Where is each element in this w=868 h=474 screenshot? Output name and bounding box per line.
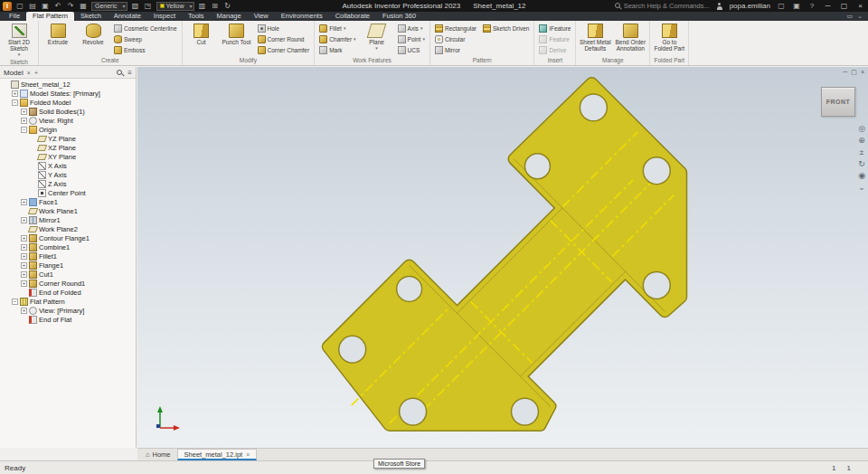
sheet-metal-defaults-button[interactable]: Sheet Metal Defaults <box>579 22 611 52</box>
ribbon-appearance-icon[interactable]: ▭ <box>847 13 854 20</box>
part-hole[interactable] <box>524 154 550 179</box>
browser-node[interactable]: − Flat Pattern <box>0 297 136 306</box>
browser-node[interactable]: End of Folded <box>0 288 136 297</box>
circular-pattern-button[interactable]: Circular <box>433 33 478 44</box>
browser-node[interactable]: + Solid Bodies(1) <box>0 107 136 116</box>
plane-button[interactable]: Plane <box>361 22 393 52</box>
ribbon-tab[interactable]: Sketch <box>74 12 108 21</box>
expander-icon[interactable]: + <box>21 280 27 287</box>
viewport-canvas[interactable] <box>137 67 868 448</box>
corner-chamfer-button[interactable]: Corner Chamfer <box>256 44 312 55</box>
ifeature-button[interactable]: iFeature <box>537 23 572 33</box>
browser-node[interactable]: + Face1 <box>0 197 136 206</box>
document-tab-active[interactable]: Sheet_metal_12.ipt × <box>177 449 258 460</box>
signed-in-user[interactable]: popa.emilian <box>730 2 770 10</box>
ribbon-tab[interactable]: Inspect <box>147 12 182 21</box>
zoom-icon[interactable]: ± <box>860 148 864 156</box>
close-icon[interactable]: × <box>855 2 865 10</box>
save-icon[interactable]: ▣ <box>41 2 50 11</box>
look-at-icon[interactable]: ◉ <box>858 172 865 180</box>
ribbon-tab[interactable]: Collaborate <box>329 12 376 21</box>
start-2d-sketch-button[interactable]: Start 2D Sketch <box>3 22 35 58</box>
doc-restore-icon[interactable]: ▢ <box>851 69 857 76</box>
expander-icon[interactable]: + <box>21 308 27 314</box>
browser-node[interactable]: − Folded Model <box>0 98 136 107</box>
help-search-input[interactable] <box>624 2 710 10</box>
chamfer-button[interactable]: Chamfer <box>317 33 357 44</box>
help-search[interactable] <box>615 2 710 10</box>
browser-node[interactable]: Y Axis <box>0 170 136 179</box>
browser-node[interactable]: Sheet_metal_12 <box>0 80 136 89</box>
sweep-button[interactable]: Sweep <box>112 33 179 44</box>
mirror-button[interactable]: Mirror <box>433 44 478 55</box>
navbar-more-icon[interactable]: ⌄ <box>858 184 865 192</box>
rectangular-pattern-button[interactable]: Rectangular <box>433 23 478 33</box>
ribbon-tab[interactable]: Fusion 360 <box>376 12 422 21</box>
home-tab[interactable]: ⌂ Home <box>139 449 177 460</box>
cut-button[interactable]: Cut <box>185 22 218 45</box>
hole-button[interactable]: Hole <box>256 23 312 33</box>
adjust-icon[interactable]: ◳ <box>144 2 153 11</box>
browser-node[interactable]: + Contour Flange1 <box>0 233 136 242</box>
browser-search-icon[interactable] <box>117 70 123 76</box>
material-dropdown[interactable]: Generic <box>91 2 127 11</box>
expander-icon[interactable]: − <box>12 299 18 305</box>
part-hole[interactable] <box>511 398 538 425</box>
maximize-icon[interactable]: ▢ <box>839 2 849 10</box>
minimize-icon[interactable]: ─ <box>823 2 833 10</box>
emboss-button[interactable]: Emboss <box>112 44 179 55</box>
expander-icon[interactable]: + <box>21 235 27 242</box>
browser-node[interactable]: XY Plane <box>0 152 136 161</box>
browser-node[interactable]: YZ Plane <box>0 134 136 143</box>
appearance-dropdown[interactable]: Yellow <box>156 2 194 11</box>
expander-icon[interactable]: + <box>21 109 27 115</box>
ribbon-tab[interactable]: Annotate <box>108 12 147 21</box>
expander-icon[interactable]: + <box>21 199 27 205</box>
browser-node[interactable]: XZ Plane <box>0 143 136 152</box>
browser-node[interactable]: − Origin <box>0 125 136 134</box>
notifications-icon[interactable]: ▢ <box>777 2 786 11</box>
new-file-icon[interactable]: ▢ <box>15 2 24 11</box>
browser-node[interactable]: + Fillet1 <box>0 251 136 261</box>
browser-add-tab-icon[interactable]: + <box>34 70 38 76</box>
browser-node[interactable]: + Model States: [Primary] <box>0 89 136 98</box>
expander-icon[interactable]: + <box>21 244 27 251</box>
doc-close-icon[interactable]: × <box>861 69 864 76</box>
part-hole[interactable] <box>580 94 607 121</box>
undo-icon[interactable]: ↶ <box>53 2 62 11</box>
expander-icon[interactable]: + <box>21 271 27 278</box>
navigation-wheel-icon[interactable]: ◎ <box>858 125 865 133</box>
flat-pattern-part[interactable] <box>328 83 682 425</box>
pan-icon[interactable]: ⊕ <box>858 137 865 145</box>
browser-node[interactable]: End of Flat <box>0 315 136 324</box>
expander-icon[interactable]: + <box>21 118 27 124</box>
material-browser-icon[interactable]: ▧ <box>131 2 140 11</box>
browser-tab-model[interactable]: Model <box>4 69 24 77</box>
ribbon-tab[interactable]: Flat Pattern <box>26 12 74 21</box>
expander-icon[interactable]: + <box>21 217 27 223</box>
part-hole[interactable] <box>397 276 422 301</box>
browser-close-icon[interactable]: × <box>27 70 31 76</box>
browser-menu-icon[interactable]: ≡ <box>127 69 132 77</box>
ribbon-tab[interactable]: Manage <box>211 12 248 21</box>
tab-close-icon[interactable]: × <box>246 451 250 458</box>
measure-icon[interactable]: ⊞ <box>211 2 220 11</box>
corner-round-button[interactable]: Corner Round <box>256 33 312 44</box>
part-hole[interactable] <box>643 271 670 299</box>
viewcube[interactable]: FRONT <box>821 87 855 117</box>
browser-node[interactable]: Work Plane1 <box>0 206 136 215</box>
ribbon-tab[interactable]: Environments <box>275 12 329 21</box>
app-store-icon[interactable]: ▣ <box>792 2 801 11</box>
expander-icon[interactable]: + <box>12 90 18 97</box>
redo-icon[interactable]: ↷ <box>66 2 75 11</box>
browser-node[interactable]: Center Point <box>0 188 136 197</box>
browser-node[interactable]: Work Plane2 <box>0 224 136 233</box>
expander-icon[interactable]: − <box>12 100 18 106</box>
doc-minimize-icon[interactable]: ─ <box>843 69 847 76</box>
refresh-icon[interactable]: ↻ <box>223 2 232 11</box>
bend-order-annotation-button[interactable]: Bend Order Annotation <box>614 22 646 52</box>
point-button[interactable]: Point <box>396 33 427 44</box>
go-to-folded-part-button[interactable]: Go to Folded Part <box>653 22 685 52</box>
browser-node[interactable]: + View: [Primary] <box>0 306 136 315</box>
extrude-button[interactable]: Extrude <box>42 22 74 45</box>
